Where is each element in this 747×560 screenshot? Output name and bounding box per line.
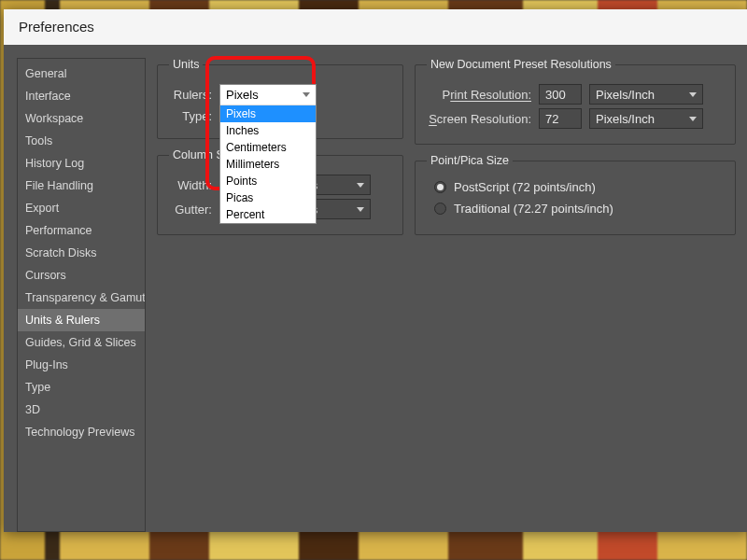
point-pica-legend: Point/Pica Size (427, 154, 513, 167)
sidebar-item-guides-grid-slices[interactable]: Guides, Grid & Slices (18, 331, 145, 354)
sidebar-item-workspace[interactable]: Workspace (18, 107, 145, 130)
chevron-down-icon (357, 183, 364, 188)
sidebar-item-scratch-disks[interactable]: Scratch Disks (18, 242, 145, 264)
point-pica-group: Point/Pica Size PostScript (72 points/in… (415, 154, 736, 235)
resolutions-legend: New Document Preset Resolutions (427, 58, 615, 71)
print-resolution-input[interactable]: 300 (539, 84, 582, 105)
sidebar-item-3d[interactable]: 3D (18, 399, 145, 421)
rulers-dropdown[interactable]: Pixels PixelsInchesCentimetersMillimeter… (219, 84, 317, 224)
rulers-option-percent[interactable]: Percent (220, 206, 316, 223)
sidebar-item-general[interactable]: General (18, 63, 145, 85)
rulers-label: Rulers: (169, 88, 212, 102)
sidebar-item-transparency-gamut[interactable]: Transparency & Gamut (18, 287, 145, 309)
sidebar-item-interface[interactable]: Interface (18, 85, 145, 107)
preferences-sidebar: GeneralInterfaceWorkspaceToolsHistory Lo… (17, 58, 146, 532)
dialog-title: Preferences (4, 9, 747, 45)
radio-postscript[interactable]: PostScript (72 points/inch) (434, 180, 724, 194)
sidebar-item-cursors[interactable]: Cursors (18, 264, 145, 287)
rulers-option-centimeters[interactable]: Centimeters (220, 139, 316, 156)
rulers-option-points[interactable]: Points (220, 173, 316, 189)
rulers-select[interactable]: Pixels (220, 85, 316, 105)
sidebar-item-file-handling[interactable]: File Handling (18, 175, 145, 197)
radio-icon (434, 181, 446, 193)
screen-resolution-input[interactable]: 72 (539, 108, 582, 129)
sidebar-item-plug-ins[interactable]: Plug-Ins (18, 354, 145, 376)
screen-resolution-label: Screen Resolution: (427, 112, 531, 126)
chevron-down-icon (689, 117, 697, 121)
chevron-down-icon (303, 92, 310, 97)
radio-traditional[interactable]: Traditional (72.27 points/inch) (434, 202, 724, 216)
screen-resolution-unit-select[interactable]: Pixels/Inch (589, 108, 703, 129)
sidebar-item-units-rulers[interactable]: Units & Rulers (18, 309, 145, 331)
units-legend: Units (169, 58, 203, 71)
sidebar-item-history-log[interactable]: History Log (18, 152, 145, 175)
sidebar-item-export[interactable]: Export (18, 197, 145, 219)
print-resolution-label: Print Resolution: (427, 88, 531, 102)
rulers-option-pixels[interactable]: Pixels (220, 105, 316, 122)
type-label: Type: (169, 109, 212, 123)
resolutions-group: New Document Preset Resolutions Print Re… (415, 58, 736, 145)
sidebar-item-tools[interactable]: Tools (18, 130, 145, 152)
gutter-label: Gutter: (169, 203, 212, 217)
rulers-option-picas[interactable]: Picas (220, 189, 316, 206)
radio-icon (434, 203, 446, 215)
print-resolution-unit-select[interactable]: Pixels/Inch (589, 84, 703, 105)
sidebar-item-type[interactable]: Type (18, 376, 145, 399)
preferences-dialog: Preferences GeneralInterfaceWorkspaceToo… (4, 9, 747, 532)
sidebar-item-technology-previews[interactable]: Technology Previews (18, 421, 145, 443)
rulers-option-inches[interactable]: Inches (220, 122, 316, 139)
chevron-down-icon (689, 92, 697, 97)
units-group: Units Rulers: Pixels Pixels (157, 58, 403, 139)
width-label: Width: (169, 178, 212, 192)
rulers-option-millimeters[interactable]: Millimeters (220, 156, 316, 173)
sidebar-item-performance[interactable]: Performance (18, 219, 145, 242)
chevron-down-icon (357, 207, 364, 212)
